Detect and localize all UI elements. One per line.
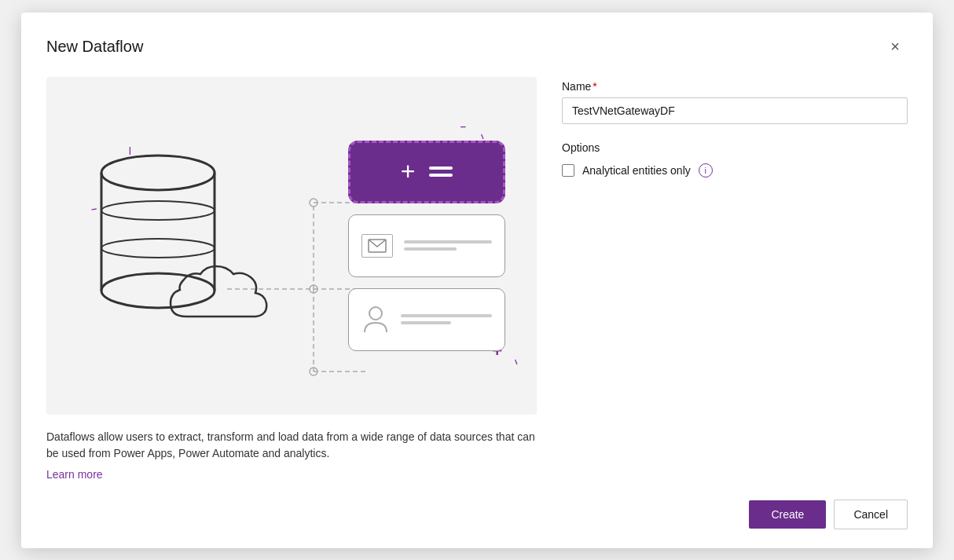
svg-point-6 (310, 199, 317, 207)
name-input[interactable] (562, 97, 908, 124)
cloud-icon (163, 260, 277, 330)
plus-icon: + (401, 157, 416, 186)
person-card (348, 288, 505, 351)
dialog-body: – | – + – – + – (46, 77, 908, 481)
info-icon[interactable]: i (699, 163, 713, 178)
equals-icon (429, 167, 453, 177)
create-button[interactable]: Create (749, 500, 826, 529)
cards-area: + (348, 141, 505, 351)
svg-point-9 (101, 156, 215, 190)
dialog-footer: Create Cancel (46, 500, 908, 529)
new-dataflow-dialog: New Dataflow × – | – + – – + – (21, 13, 933, 548)
analytical-entities-label: Analytical entities only (582, 164, 691, 177)
person-icon (361, 306, 390, 334)
dialog-title: New Dataflow (46, 38, 143, 56)
required-star: * (593, 80, 596, 93)
svg-point-15 (101, 239, 215, 258)
analytical-entities-checkbox[interactable] (562, 164, 574, 177)
learn-more-link[interactable]: Learn more (46, 468, 537, 481)
svg-point-8 (310, 368, 317, 375)
right-panel: Name* Options Analytical entities only i (562, 77, 908, 481)
deco-dash-bottomright: – (510, 357, 523, 366)
dialog-header: New Dataflow × (46, 35, 908, 60)
options-label: Options (562, 141, 908, 154)
close-button[interactable]: × (882, 35, 908, 60)
left-panel: – | – + – – + – (46, 77, 537, 481)
person-text-lines (401, 314, 492, 324)
illustration-area: – | – + – – + – (46, 77, 537, 415)
email-text-lines (404, 240, 492, 251)
cancel-button[interactable]: Cancel (834, 500, 908, 529)
analytical-entities-checkbox-row: Analytical entities only i (562, 163, 908, 178)
deco-dash-topright2: – (460, 120, 466, 132)
name-label: Name* (562, 80, 908, 93)
deco-dash-topright: – (476, 131, 490, 141)
svg-point-14 (101, 201, 215, 220)
add-entity-card: + (348, 141, 505, 203)
email-icon (361, 234, 393, 258)
description-text: Dataflows allow users to extract, transf… (46, 429, 537, 462)
email-card (348, 214, 505, 277)
svg-point-7 (310, 285, 317, 293)
svg-point-17 (369, 307, 382, 320)
